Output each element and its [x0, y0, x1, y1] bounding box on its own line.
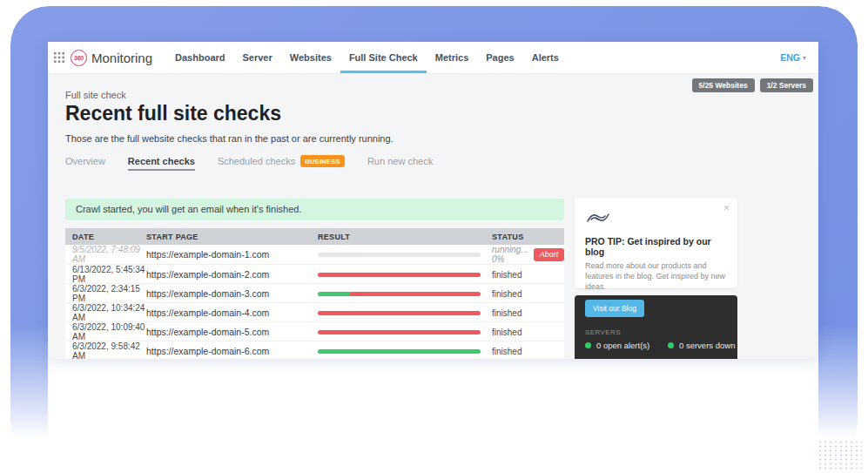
check-date: 6/3/2022, 9:58:42 AM	[72, 341, 146, 359]
page-subtitle: Those are the full website checks that r…	[65, 133, 394, 144]
result-cell	[318, 330, 492, 334]
column-header-result: RESULT	[318, 233, 492, 241]
column-header-start-page: START PAGE	[146, 233, 318, 241]
status-cell: finished	[492, 289, 564, 299]
nav-item-server[interactable]: Server	[234, 42, 281, 73]
nav-item-alerts[interactable]: Alerts	[523, 42, 568, 73]
window-lower-area	[48, 358, 818, 473]
status-text: finished	[492, 347, 521, 356]
result-cell	[318, 253, 492, 257]
app-window: 360 Monitoring DashboardServerWebsitesFu…	[48, 42, 818, 359]
chevron-down-icon: ▾	[803, 54, 806, 62]
grid-dots-glyph	[53, 51, 65, 64]
tab-scheduled-checks[interactable]: Scheduled checksBUSINESS	[218, 155, 345, 172]
table-row[interactable]: 6/3/2022, 10:09:40 AMhttps://example-dom…	[65, 321, 564, 341]
progress-segment-red	[318, 330, 481, 334]
check-date: 9/5/2022, 7:48:09 AM	[72, 245, 146, 264]
handshake-doodle-icon	[585, 208, 727, 231]
quota-badges: 5/25 Websites1/2 Servers	[692, 78, 813, 92]
progress-segment-green	[318, 292, 350, 296]
pro-tip-title: PRO TIP: Get inspired by our blog	[585, 236, 727, 257]
abort-button[interactable]: Abort	[534, 248, 565, 261]
progress-segment-red	[318, 311, 481, 315]
language-label: ENG	[780, 52, 800, 63]
status-sections: SERVERS0 open alert(s)0 servers downWEBS…	[585, 328, 727, 359]
table-row[interactable]: 6/3/2022, 10:34:24 AMhttps://example-dom…	[65, 302, 564, 321]
progress-bar	[318, 311, 481, 315]
tab-recent-checks[interactable]: Recent checks	[128, 156, 195, 171]
status-cell: running... 0%Abort	[492, 245, 564, 264]
result-cell	[318, 349, 492, 354]
check-date: 6/3/2022, 10:09:40 AM	[72, 322, 146, 341]
page-title: Recent full site checks	[65, 102, 281, 125]
sidebar-column: × PRO TIP: Get inspired by our blog Read…	[575, 198, 737, 359]
app-grid-icon[interactable]	[53, 51, 65, 64]
nav-item-dashboard[interactable]: Dashboard	[166, 42, 233, 73]
tab-run-new-check[interactable]: Run new check	[367, 156, 433, 171]
pro-tip-body: Read more about our products and feature…	[585, 260, 727, 292]
table-row[interactable]: 9/5/2022, 7:48:09 AMhttps://example-doma…	[65, 245, 564, 264]
logo-text: Monitoring	[91, 51, 152, 65]
nav-item-websites[interactable]: Websites	[281, 42, 340, 73]
check-date: 6/3/2022, 2:34:15 PM	[72, 284, 146, 303]
column-header-status: STATUS	[492, 233, 564, 241]
progress-bar	[318, 292, 481, 296]
status-text: finished	[492, 308, 521, 318]
check-date: 6/3/2022, 10:34:24 AM	[72, 303, 146, 322]
table-header-row: DATESTART PAGERESULTSTATUS	[65, 228, 564, 245]
checks-table: DATESTART PAGERESULTSTATUS 9/5/2022, 7:4…	[65, 228, 564, 359]
status-text: running... 0%	[492, 245, 528, 264]
checks-column: Crawl started, you will get an email whe…	[65, 199, 564, 359]
start-page-url: https://example-domain-1.com	[146, 249, 318, 260]
status-cell: finished	[492, 308, 564, 318]
result-cell	[318, 311, 492, 315]
status-text: finished	[492, 270, 521, 280]
result-cell	[318, 273, 492, 277]
status-cell: finished	[492, 347, 564, 356]
status-item-label: 0 open alert(s)	[596, 341, 649, 350]
close-icon[interactable]: ×	[723, 203, 730, 213]
quota-badge-5-25-websites: 5/25 Websites	[692, 78, 755, 92]
green-dot-icon	[585, 342, 591, 348]
status-cell: finished	[492, 328, 564, 337]
status-text: finished	[492, 328, 521, 337]
breadcrumb: Full site check	[65, 90, 126, 100]
tab-overview[interactable]: Overview	[65, 156, 105, 171]
language-selector[interactable]: ENG ▾	[780, 42, 806, 73]
progress-segment-red	[318, 273, 481, 277]
status-item: 0 open alert(s)	[585, 341, 668, 350]
section-tabs: OverviewRecent checksScheduled checksBUS…	[65, 155, 433, 172]
table-row[interactable]: 6/13/2022, 5:45:34 PMhttps://example-dom…	[65, 264, 564, 283]
tab-label: Overview	[65, 156, 105, 166]
status-item-label: 0 servers down	[679, 341, 735, 350]
tab-label: Scheduled checks	[218, 156, 295, 166]
business-badge: BUSINESS	[300, 155, 345, 167]
tab-label: Recent checks	[128, 156, 195, 166]
green-dot-icon	[668, 342, 674, 348]
nav-item-metrics[interactable]: Metrics	[427, 42, 478, 73]
progress-segment-green	[318, 349, 481, 354]
status-text: finished	[492, 289, 521, 299]
pro-tip-card: × PRO TIP: Get inspired by our blog Read…	[575, 198, 737, 288]
status-cell: finished	[492, 270, 564, 280]
visit-blog-button[interactable]: Visit our Blog	[585, 300, 644, 317]
column-header-date: DATE	[72, 233, 146, 241]
nav-item-pages[interactable]: Pages	[477, 42, 522, 73]
progress-segment-red	[350, 292, 481, 296]
start-page-url: https://example-domain-6.com	[146, 346, 318, 356]
table-row[interactable]: 6/3/2022, 9:58:42 AMhttps://example-doma…	[65, 341, 564, 359]
tab-label: Run new check	[367, 156, 433, 166]
table-row[interactable]: 6/3/2022, 2:34:15 PMhttps://example-doma…	[65, 283, 564, 302]
status-items-servers: 0 open alert(s)0 servers down	[585, 341, 727, 350]
nav-item-full-site-check[interactable]: Full Site Check	[340, 42, 427, 73]
progress-bar	[318, 273, 481, 277]
brand-logo[interactable]: 360 Monitoring	[71, 42, 152, 73]
result-cell	[318, 292, 492, 296]
progress-bar	[318, 349, 481, 354]
progress-bar	[318, 253, 481, 257]
status-section-label-servers: SERVERS	[585, 328, 727, 336]
check-date: 6/13/2022, 5:45:34 PM	[72, 265, 146, 284]
success-alert: Crawl started, you will get an email whe…	[65, 199, 564, 220]
start-page-url: https://example-domain-5.com	[146, 327, 318, 337]
start-page-url: https://example-domain-2.com	[146, 269, 318, 280]
